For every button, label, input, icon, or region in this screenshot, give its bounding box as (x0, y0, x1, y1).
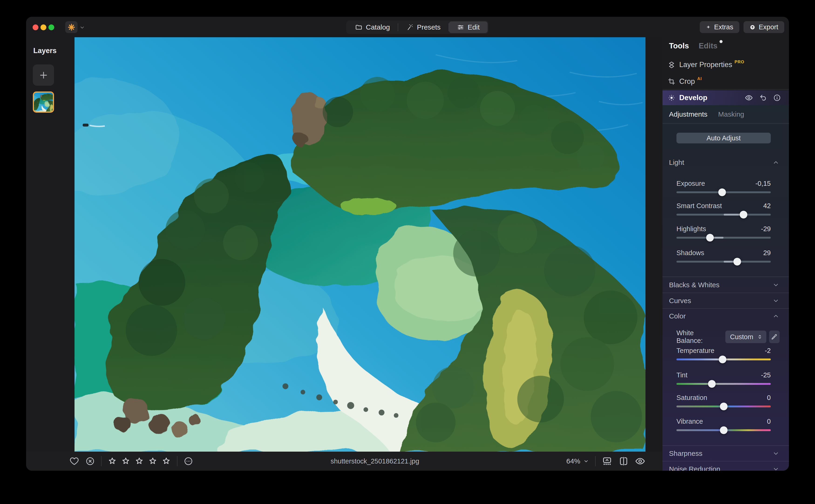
slider-value: -2 (765, 347, 771, 355)
slider-knob[interactable] (708, 380, 716, 388)
slider-track[interactable] (676, 261, 771, 263)
section-noise-reduction[interactable]: Noise Reduction (662, 461, 789, 471)
plus-icon (38, 70, 49, 80)
photo-canvas[interactable] (75, 37, 645, 452)
star-icon-1[interactable] (108, 457, 117, 466)
chevron-down-icon (772, 465, 780, 471)
pro-badge: PRO (734, 60, 744, 64)
favorite-heart-icon[interactable] (69, 456, 79, 466)
export-icon (750, 24, 755, 31)
filmstrip-toggle-icon[interactable] (602, 456, 612, 467)
slider-value: 42 (763, 202, 771, 210)
tool-crop[interactable]: Crop AI (662, 73, 789, 90)
slider-knob[interactable] (719, 356, 727, 363)
section-noise-reduction-title: Noise Reduction (669, 465, 720, 471)
slider-tint: Tint -25 (676, 369, 771, 391)
tab-edits[interactable]: Edits (699, 41, 718, 50)
slider-track[interactable] (676, 429, 771, 431)
slider-track[interactable] (676, 359, 771, 360)
divider (101, 456, 102, 466)
visibility-eye-icon[interactable] (745, 94, 753, 102)
develop-panel: Develop Adjustments Masking Auto Adjust … (662, 90, 789, 471)
app-window: Catalog Presets Edit Extras Export Layer… (26, 17, 789, 471)
layer-thumbnail-selected[interactable] (33, 91, 54, 113)
section-color[interactable]: Color (662, 308, 789, 324)
reset-undo-icon[interactable] (759, 94, 767, 102)
tool-layer-properties[interactable]: Layer Properties PRO (662, 56, 789, 73)
preview-eye-icon[interactable] (635, 456, 645, 467)
layer-properties-label: Layer Properties (679, 61, 732, 69)
tab-presets[interactable]: Presets (398, 21, 448, 33)
zoom-level-control[interactable]: 64% (566, 457, 589, 465)
slider-track[interactable] (676, 406, 771, 407)
app-menu-chevron-icon[interactable] (79, 24, 85, 30)
tab-edit[interactable]: Edit (449, 21, 488, 33)
develop-tabs: Adjustments Masking (662, 105, 789, 124)
status-bar: shutterstock_2501862121.jpg 64% (26, 452, 662, 471)
star-icon-5[interactable] (162, 457, 171, 466)
app-menu-button[interactable] (65, 21, 78, 33)
slider-highlights: Highlights -29 (676, 222, 771, 245)
export-button[interactable]: Export (744, 21, 784, 33)
divider (662, 89, 789, 90)
more-options-icon[interactable] (183, 456, 193, 466)
tab-masking[interactable]: Masking (718, 110, 744, 118)
tab-tools[interactable]: Tools (669, 41, 689, 50)
minimize-button[interactable] (41, 24, 46, 30)
section-color-title: Color (669, 312, 686, 320)
reject-x-icon[interactable] (85, 456, 95, 466)
titlebar: Catalog Presets Edit Extras Export (26, 17, 789, 37)
slider-saturation: Saturation 0 (676, 391, 771, 414)
close-button[interactable] (33, 24, 38, 30)
slider-label: Highlights (676, 225, 706, 233)
chevron-up-icon (772, 312, 780, 320)
divider (595, 456, 596, 466)
asterisk-app-icon (67, 23, 76, 31)
slider-track[interactable] (676, 383, 771, 385)
slider-knob[interactable] (733, 258, 741, 266)
slider-knob[interactable] (706, 234, 714, 242)
slider-knob[interactable] (740, 211, 747, 219)
extras-button[interactable]: Extras (700, 21, 739, 33)
add-layer-button[interactable] (33, 64, 54, 86)
section-blacks-whites[interactable]: Blacks & Whites (662, 277, 789, 293)
tab-catalog[interactable]: Catalog (347, 21, 398, 33)
slider-value: 0 (767, 394, 771, 402)
extras-label: Extras (714, 23, 733, 31)
auto-adjust-button[interactable]: Auto Adjust (676, 133, 771, 143)
section-sharpness[interactable]: Sharpness (662, 445, 789, 461)
star-icon-2[interactable] (121, 457, 130, 466)
star-icon-3[interactable] (135, 457, 144, 466)
tab-adjustments[interactable]: Adjustments (669, 110, 707, 118)
crop-icon (668, 78, 676, 85)
section-curves[interactable]: Curves (662, 293, 789, 308)
wand-icon (406, 24, 414, 31)
zoom-window-button[interactable] (48, 24, 54, 30)
slider-exposure: Exposure -0,15 (676, 177, 771, 200)
develop-header[interactable]: Develop (662, 90, 789, 105)
info-icon[interactable] (773, 94, 781, 102)
slider-label: Vibrance (676, 418, 703, 425)
slider-label: Shadows (676, 249, 704, 257)
slider-track[interactable] (676, 214, 771, 216)
star-rating (108, 457, 171, 466)
slider-value: -0,15 (755, 180, 771, 187)
compare-split-icon[interactable] (618, 456, 629, 466)
section-blacks-whites-title: Blacks & Whites (669, 281, 720, 289)
sparkle-icon (706, 24, 711, 31)
slider-shadows: Shadows 29 (676, 246, 771, 269)
edits-notification-dot (720, 40, 723, 43)
white-balance-value: Custom (730, 333, 753, 341)
section-light[interactable]: Light (662, 155, 789, 170)
slider-track[interactable] (676, 191, 771, 193)
divider (177, 456, 177, 466)
auto-adjust-label: Auto Adjust (706, 134, 741, 142)
slider-knob[interactable] (720, 426, 727, 434)
chevron-down-icon (583, 458, 589, 464)
white-balance-eyedropper-button[interactable] (769, 331, 780, 343)
star-icon-4[interactable] (148, 457, 157, 466)
slider-track[interactable] (676, 237, 771, 239)
slider-knob[interactable] (720, 403, 727, 410)
slider-knob[interactable] (718, 189, 726, 196)
white-balance-select[interactable]: Custom (725, 331, 766, 343)
